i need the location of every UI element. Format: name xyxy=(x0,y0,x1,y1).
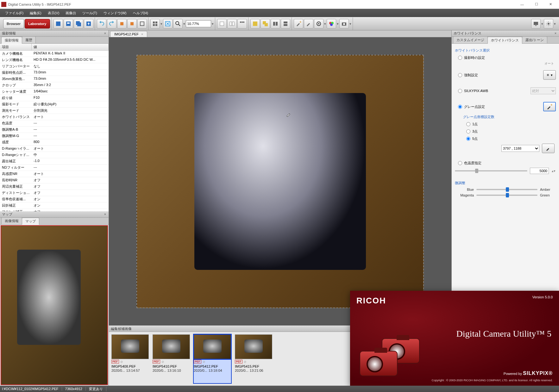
tab-white-balance[interactable]: ホワイトバランス xyxy=(487,37,522,44)
minimize-button[interactable]: ― xyxy=(515,0,529,9)
document-tab[interactable]: IMGP5412.PEF × xyxy=(110,31,147,37)
colortemp-value[interactable] xyxy=(530,168,549,174)
colortemp-slider[interactable] xyxy=(455,170,527,171)
save-as-button[interactable] xyxy=(64,19,73,28)
gray-3pt-label: 3点 xyxy=(472,129,478,134)
thumbnail[interactable]: PEF⊘IMGP5410.PEF2020/0...13:16:10 xyxy=(153,334,190,383)
wb-graypoint-radio[interactable] xyxy=(458,105,462,109)
wb-shoot-radio[interactable] xyxy=(458,56,462,60)
document-tab-label: IMGP5412.PEF xyxy=(114,32,139,36)
maximize-button[interactable]: ☐ xyxy=(529,0,543,9)
info-value: 35mm / 3:2 xyxy=(32,82,109,88)
layer-h-button[interactable] xyxy=(281,19,290,28)
info-key: NDフィルター xyxy=(0,165,32,171)
menu-help[interactable]: ヘルプ(H) xyxy=(130,10,151,16)
close-icon[interactable]: × xyxy=(103,31,107,35)
fine-heading: 微調整 xyxy=(455,181,556,185)
compare-view-button[interactable] xyxy=(227,19,237,28)
image-viewport[interactable] xyxy=(109,37,451,326)
wb-eyedropper-button[interactable] xyxy=(542,144,555,153)
info-value: オン xyxy=(32,202,109,208)
fine-amber-label: Amber xyxy=(540,188,556,191)
menu-window[interactable]: ウィンドウ(W) xyxy=(101,10,129,16)
layer1-button[interactable] xyxy=(250,19,260,28)
tab-image-info[interactable]: 画像情報 xyxy=(1,217,22,224)
crop-button[interactable] xyxy=(137,19,147,28)
gray-5pt-radio[interactable] xyxy=(466,137,470,141)
thumbnail[interactable]: PEF⊘IMGP5415.PEF2020/0...13:21:06 xyxy=(235,334,272,383)
info-value: オフ xyxy=(32,209,109,211)
gray-3pt-radio[interactable] xyxy=(466,129,470,134)
wb-silkypix-combo[interactable]: 絶対 xyxy=(531,87,556,94)
close-icon[interactable]: × xyxy=(103,212,107,216)
menu-image[interactable]: 画像(I) xyxy=(63,10,78,16)
single-view-button[interactable] xyxy=(217,19,227,28)
svg-rect-28 xyxy=(284,24,287,26)
menu-tool[interactable]: ツール(T) xyxy=(80,10,100,16)
gray-1pt-radio[interactable] xyxy=(466,122,470,126)
info-value: オート xyxy=(32,171,109,177)
camera-button[interactable] xyxy=(339,19,349,28)
close-tab-icon[interactable]: × xyxy=(141,32,143,36)
thumbnail-name: IMGP5412.PEF xyxy=(194,364,231,369)
tab-shooting-info[interactable]: 撮影情報 xyxy=(1,37,22,44)
grid-button[interactable] xyxy=(150,19,160,28)
picker-button[interactable] xyxy=(304,19,313,28)
rotate-ccw-button[interactable] xyxy=(117,19,127,28)
info-key: 倍率色収差補... xyxy=(0,196,32,202)
menu-edit[interactable]: 編集(E) xyxy=(27,10,44,16)
shooting-info-header: 撮影情報 × xyxy=(0,30,109,37)
wb-eyedropper-add-button[interactable]: + xyxy=(543,102,556,111)
undo-button[interactable] xyxy=(97,19,106,28)
tab-exposure-tone[interactable]: 露出/トーン xyxy=(522,36,547,43)
save-all-button[interactable] xyxy=(74,19,83,28)
gray-coord-select[interactable]: 3797 , 1188 xyxy=(501,145,539,152)
warning-view-button[interactable] xyxy=(314,19,323,28)
zoom-input[interactable] xyxy=(186,20,211,27)
fine-ba-slider[interactable] xyxy=(476,189,537,190)
export-button[interactable] xyxy=(84,19,93,28)
colortemp-stepper[interactable]: ▴▾ xyxy=(551,169,556,173)
layer-v-button[interactable] xyxy=(271,19,280,28)
info-row: 微調整A-B--- xyxy=(0,127,109,133)
layer2-button[interactable] xyxy=(261,19,270,28)
tab-custom-image[interactable]: カスタムイメージ xyxy=(453,36,488,43)
mode-laboratory-button[interactable]: Laboratory xyxy=(25,19,50,28)
wb-silkypix-radio[interactable] xyxy=(458,89,462,93)
multi-view-button[interactable] xyxy=(237,19,247,28)
close-button[interactable]: ✕ xyxy=(543,0,558,9)
map-header: マップ × xyxy=(0,211,109,218)
info-row: レンズ機種名HD D FA 28-105mmF3.5-5.6ED DC W... xyxy=(0,57,109,63)
thumbnail[interactable]: PEF⊘IMGP5408.PEF2020/0...13:14:57 xyxy=(111,334,149,383)
rotate-cw-button[interactable] xyxy=(127,19,137,28)
info-value: --- xyxy=(32,133,109,139)
info-key: レンズ機種名 xyxy=(0,57,32,63)
thumbnail[interactable]: PEF⊘IMGP5412.PEF2020/0...13:18:04 xyxy=(194,334,231,383)
redo-button[interactable] xyxy=(107,19,116,28)
svg-rect-10 xyxy=(155,22,157,23)
fine-mg-slider[interactable] xyxy=(476,195,537,196)
settings-button[interactable] xyxy=(544,19,553,28)
monitor-button[interactable] xyxy=(531,19,541,28)
svg-rect-9 xyxy=(153,22,155,23)
wb-force-radio[interactable] xyxy=(458,73,462,77)
tab-history[interactable]: 履歴 xyxy=(22,36,36,43)
wb-colortemp-radio[interactable] xyxy=(458,161,462,165)
mode-browser-button[interactable]: Browser xyxy=(3,19,24,28)
thumbnail-image xyxy=(235,334,272,359)
menu-file[interactable]: ファイル(F) xyxy=(3,10,26,16)
save-button[interactable] xyxy=(53,19,63,28)
splash-screen[interactable]: RICOH Version 5.0.0 Digital Camera Utili… xyxy=(350,291,559,386)
wb-preset-button[interactable]: ☀ ▾ xyxy=(543,70,556,80)
zoom-tool-button[interactable] xyxy=(173,19,183,28)
picker-add-button[interactable]: + xyxy=(294,19,303,28)
color-button[interactable] xyxy=(327,19,336,28)
info-value: F10 xyxy=(32,95,109,101)
svg-rect-4 xyxy=(77,22,81,26)
fit-button[interactable] xyxy=(163,19,173,28)
info-row: 撮影時焦点距...73.0mm xyxy=(0,70,109,76)
navigator-map[interactable] xyxy=(1,225,108,385)
menu-view[interactable]: 表示(V) xyxy=(45,10,62,16)
close-icon[interactable]: × xyxy=(553,31,558,35)
tab-map[interactable]: マップ xyxy=(22,218,39,225)
